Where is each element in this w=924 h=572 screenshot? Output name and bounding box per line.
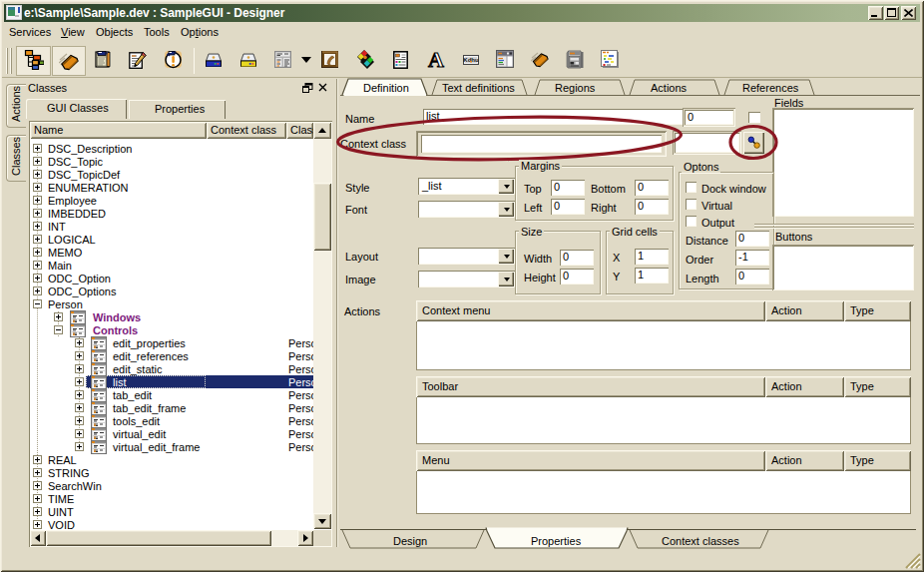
svg-text:A: A (428, 49, 444, 70)
